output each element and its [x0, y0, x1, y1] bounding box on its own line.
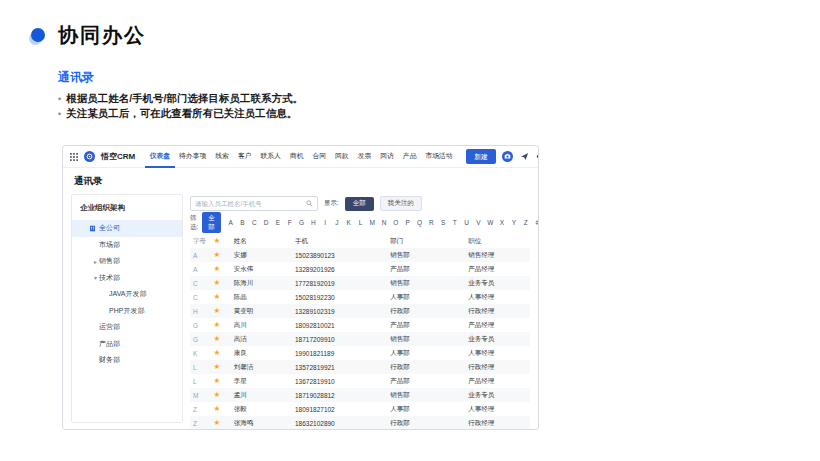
letter-filter-j[interactable]: J	[331, 219, 343, 226]
star-icon[interactable]: ★	[210, 419, 230, 427]
tree-item-8[interactable]: 财务部	[72, 352, 182, 369]
cell-phone: 18719028812	[292, 392, 387, 399]
table-row[interactable]: K★康良19901821189人事部人事经理	[190, 346, 530, 360]
letter-filter-u[interactable]: U	[461, 219, 473, 226]
send-icon[interactable]	[520, 152, 529, 161]
tree-item-2[interactable]: ▸销售部	[72, 253, 182, 270]
cell-name: 陈晶	[231, 293, 292, 302]
letter-filter-c[interactable]: C	[248, 219, 260, 226]
new-button[interactable]: 新建	[466, 149, 496, 164]
display-all-button[interactable]: 全部	[345, 197, 374, 211]
col-dept: 部门	[387, 237, 465, 246]
content-area: 企业组织架构 全公司市场部▸销售部▾技术部JAVA开发部PHP开发部运营部产品部…	[63, 192, 538, 430]
tree-item-label: 销售部	[99, 256, 120, 266]
letter-filter-h[interactable]: H	[307, 219, 319, 226]
letter-filter-y[interactable]: Y	[508, 219, 520, 226]
display-followed-button[interactable]: 我关注的	[380, 196, 422, 211]
star-icon[interactable]: ★	[210, 377, 230, 385]
tree-item-1[interactable]: 市场部	[72, 237, 182, 254]
star-icon[interactable]: ★	[210, 391, 230, 399]
table-row[interactable]: G★高川18092810021产品部产品经理	[190, 318, 530, 332]
letter-filter-f[interactable]: F	[284, 219, 296, 226]
letter-filter-a[interactable]: A	[225, 219, 237, 226]
nav-item-2[interactable]: 线索	[211, 146, 234, 168]
nav-item-9[interactable]: 回访	[376, 146, 399, 168]
star-icon[interactable]: ★	[210, 349, 230, 357]
cell-dept: 行政部	[387, 307, 465, 316]
table-row[interactable]: A★安娜15023890123销售部销售经理	[190, 248, 530, 262]
letter-filter-q[interactable]: Q	[414, 219, 426, 226]
filter-all-button[interactable]: 全部	[202, 212, 221, 233]
letter-filter-b[interactable]: B	[237, 219, 249, 226]
letter-filter-m[interactable]: M	[366, 219, 378, 226]
tree-collapse-icon[interactable]: ▸	[92, 258, 99, 265]
table-row[interactable]: L★李星13672819910产品部产品经理	[190, 374, 530, 388]
search-input[interactable]	[195, 200, 306, 207]
letter-filter-n[interactable]: N	[378, 219, 390, 226]
table-row[interactable]: A★安永伟13289201926产品部产品经理	[190, 262, 530, 276]
nav-item-3[interactable]: 客户	[233, 146, 256, 168]
tree-item-label: 财务部	[99, 355, 120, 365]
letter-filter-l[interactable]: L	[355, 219, 367, 226]
cell-position: 人事经理	[465, 349, 530, 358]
letter-filter-r[interactable]: R	[425, 219, 437, 226]
table-row[interactable]: G★高洁18717209910销售部业务专员	[190, 332, 530, 346]
star-icon[interactable]: ★	[210, 321, 230, 329]
letter-filter-o[interactable]: O	[390, 219, 402, 226]
nav-item-7[interactable]: 回款	[331, 146, 354, 168]
org-tree-panel: 企业组织架构 全公司市场部▸销售部▾技术部JAVA开发部PHP开发部运营部产品部…	[71, 194, 183, 423]
speaker-icon[interactable]	[536, 152, 539, 161]
letter-filter-k[interactable]: K	[343, 219, 355, 226]
letter-filter-i[interactable]: I	[319, 219, 331, 226]
nav-item-10[interactable]: 产品	[398, 146, 421, 168]
table-row[interactable]: Z★张海鸣18632102890行政部行政经理	[190, 416, 530, 430]
star-icon[interactable]: ★	[210, 405, 230, 413]
letter-filter-x[interactable]: X	[496, 219, 508, 226]
tree-item-5[interactable]: PHP开发部	[72, 303, 182, 320]
letter-filter-hash[interactable]: #	[532, 219, 539, 226]
tree-item-0[interactable]: 全公司	[72, 220, 182, 237]
star-icon[interactable]: ★	[210, 335, 230, 343]
star-icon[interactable]: ★	[210, 307, 230, 315]
table-row[interactable]: H★黄变明13289102319行政部行政经理	[190, 304, 530, 318]
star-icon[interactable]: ★	[210, 363, 230, 371]
nav-item-5[interactable]: 商机	[285, 146, 308, 168]
star-icon[interactable]: ★	[210, 279, 230, 287]
nav-item-11[interactable]: 市场活动	[421, 146, 457, 168]
table-row[interactable]: M★孟川18719028812销售部业务专员	[190, 388, 530, 402]
table-row[interactable]: L★刘馨洁13572819921行政部行政经理	[190, 360, 530, 374]
tree-item-4[interactable]: JAVA开发部	[72, 286, 182, 303]
letter-filter-p[interactable]: P	[402, 219, 414, 226]
tree-item-3[interactable]: ▾技术部	[72, 270, 182, 287]
star-icon[interactable]: ★	[210, 293, 230, 301]
letter-filter-v[interactable]: V	[473, 219, 485, 226]
star-icon[interactable]: ★	[210, 265, 230, 273]
apps-grid-icon[interactable]	[70, 153, 78, 161]
nav-item-1[interactable]: 待办事项	[175, 146, 211, 168]
nav-item-8[interactable]: 发票	[353, 146, 376, 168]
nav-item-0[interactable]: 仪表盘	[145, 146, 174, 168]
letter-filter-s[interactable]: S	[437, 219, 449, 226]
tree-expand-icon[interactable]: ▾	[92, 274, 99, 281]
tree-item-6[interactable]: 运营部	[72, 319, 182, 336]
cell-letter: Z	[190, 420, 210, 427]
search-box[interactable]	[190, 196, 318, 211]
letter-filter-w[interactable]: W	[484, 219, 496, 226]
table-row[interactable]: Z★张毅18091827102人事部人事经理	[190, 402, 530, 416]
nav-item-4[interactable]: 联系人	[256, 146, 285, 168]
cell-phone: 13289102319	[292, 308, 387, 315]
tree-item-label: 产品部	[99, 339, 120, 349]
camera-icon[interactable]	[502, 151, 513, 162]
table-row[interactable]: C★陈海川17728192019销售部业务专员	[190, 276, 530, 290]
feature-bullets: 根据员工姓名/手机号/部门选择目标员工联系方式。 关注某员工后，可在此查看所有已…	[58, 91, 303, 121]
search-icon[interactable]	[306, 200, 313, 207]
star-icon[interactable]: ★	[210, 251, 230, 259]
table-row[interactable]: C★陈晶15028192230人事部人事经理	[190, 290, 530, 304]
letter-filter-g[interactable]: G	[296, 219, 308, 226]
letter-filter-e[interactable]: E	[272, 219, 284, 226]
letter-filter-z[interactable]: Z	[520, 219, 532, 226]
nav-item-6[interactable]: 合同	[308, 146, 331, 168]
letter-filter-d[interactable]: D	[260, 219, 272, 226]
tree-item-7[interactable]: 产品部	[72, 336, 182, 353]
letter-filter-t[interactable]: T	[449, 219, 461, 226]
